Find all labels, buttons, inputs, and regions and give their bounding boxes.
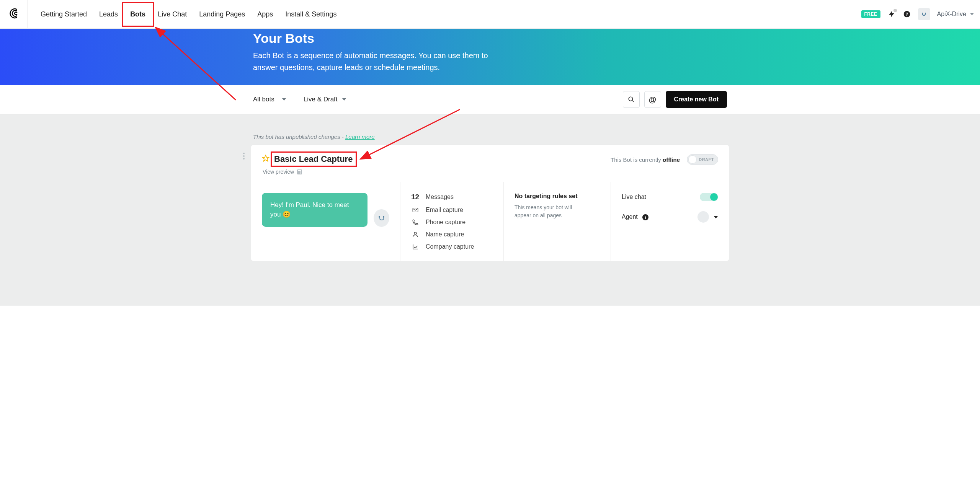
filter-status[interactable]: Live & Draft [300,96,360,103]
live-chat-toggle[interactable] [700,193,718,201]
chevron-down-icon [970,13,974,15]
star-icon[interactable] [262,155,270,164]
search-icon [628,96,635,103]
phone-label: Phone capture [426,219,466,226]
person-icon [411,231,420,238]
at-icon: @ [649,95,657,104]
email-icon [411,207,420,213]
search-button[interactable] [623,91,640,108]
bot-card-menu[interactable] [243,153,245,160]
feature-phone: Phone capture [411,219,493,226]
nav-apps[interactable]: Apps [251,7,279,21]
hero-banner: Your Bots Each Bot is a sequence of auto… [0,29,980,85]
notice-text: This bot has unpublished changes - [253,134,344,140]
triangle-down-icon [714,216,718,218]
info-icon[interactable]: i [642,214,648,220]
feature-messages: 12 Messages [411,193,493,201]
account-avatar[interactable] [918,8,930,20]
setting-live-chat: Live chat [622,193,718,201]
filter-all-bots-label: All bots [253,96,274,103]
user-menu[interactable]: ApiX-Drive [937,11,974,18]
nav-install-settings[interactable]: Install & Settings [279,7,343,21]
notification-dot-icon [893,9,897,12]
mention-button[interactable]: @ [644,91,661,108]
page-title: Your Bots [253,31,727,46]
logo-icon [7,7,20,21]
chat-bubble: Hey! I'm Paul. Nice to meet you 😊 [262,193,368,227]
view-preview-label: View preview [263,169,294,175]
nav-leads[interactable]: Leads [93,7,124,21]
top-nav: Getting Started Leads Bots Live Chat Lan… [0,0,980,29]
live-chat-label: Live chat [622,194,646,200]
bot-features-column: 12 Messages Email capture Phone capture … [400,182,504,261]
svg-marker-4 [263,155,269,161]
feature-company: Company capture [411,243,493,250]
nav-landing-pages[interactable]: Landing Pages [193,7,251,21]
svg-text:?: ? [905,11,908,16]
filter-toolbar: All bots Live & Draft @ Create new Bot [0,85,980,114]
filter-all-bots[interactable]: All bots [253,96,300,103]
bot-status: This Bot is currently offline [611,156,680,163]
bolt-icon[interactable] [887,10,896,18]
setting-agent: Agent i [622,211,718,223]
nav-bots[interactable]: Bots [124,7,152,21]
caret-down-icon [342,98,346,101]
targeting-title: No targeting rules set [514,193,600,200]
agent-selector[interactable] [697,211,718,223]
name-label: Name capture [426,231,464,238]
nav-getting-started[interactable]: Getting Started [34,7,93,21]
messages-label: Messages [426,194,454,200]
company-label: Company capture [426,243,474,250]
nav-live-chat[interactable]: Live Chat [152,7,193,21]
bot-title[interactable]: Basic Lead Capture [274,154,353,164]
bot-preview-column: Hey! I'm Paul. Nice to meet you 😊 [251,182,400,261]
svg-point-6 [414,232,416,234]
unpublished-notice: This bot has unpublished changes - Learn… [253,134,729,140]
messages-count: 12 [411,193,420,201]
publish-toggle[interactable]: DRAFT [687,154,718,165]
help-icon[interactable]: ? [903,10,911,18]
create-new-bot-button[interactable]: Create new Bot [666,91,727,108]
bot-settings-column: Live chat Agent i [611,182,729,261]
chart-icon [411,243,420,250]
page-body: This bot has unpublished changes - Learn… [0,114,980,306]
bot-avatar-icon [374,209,389,227]
feature-name: Name capture [411,231,493,238]
svg-point-2 [629,97,633,101]
targeting-subtitle: This means your bot will appear on all p… [514,204,583,220]
caret-down-icon [282,98,286,101]
email-label: Email capture [426,207,463,213]
free-badge[interactable]: FREE [861,10,880,18]
phone-icon [411,219,420,226]
toggle-knob-icon [688,155,697,164]
agent-label: Agent i [622,213,648,220]
view-preview-link[interactable]: View preview [263,169,353,175]
svg-rect-5 [413,208,418,212]
page-subtitle: Each Bot is a sequence of automatic mess… [253,50,498,73]
external-link-icon [297,169,302,174]
agent-avatar-icon [697,211,709,223]
feature-email: Email capture [411,207,493,213]
learn-more-link[interactable]: Learn more [345,134,375,140]
username-label: ApiX-Drive [937,11,966,18]
toggle-label: DRAFT [699,157,714,162]
brand-logo[interactable] [0,0,28,28]
nav-items: Getting Started Leads Bots Live Chat Lan… [28,7,343,21]
bot-card: Basic Lead Capture View preview This Bot… [251,145,729,261]
filter-status-label: Live & Draft [304,96,338,103]
svg-line-3 [632,100,634,102]
bot-targeting-column: No targeting rules set This means your b… [504,182,611,261]
